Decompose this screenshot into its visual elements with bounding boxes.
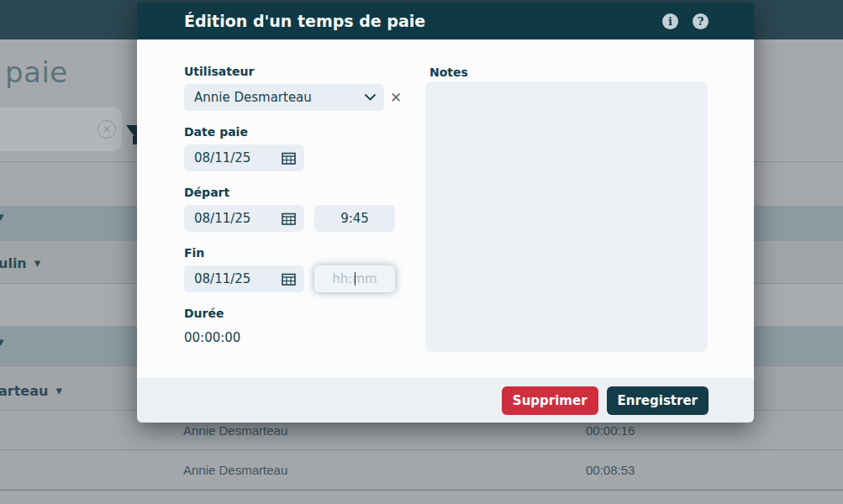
start-time-value: 9:45	[340, 211, 369, 226]
chevron-down-icon	[365, 94, 376, 101]
search-clear-icon[interactable]: ✕	[97, 120, 116, 139]
user-label: Utilisateur	[184, 65, 254, 78]
end-date-value: 08/11/25	[194, 271, 250, 286]
end-label: Fin	[184, 246, 204, 260]
dialog-header: Édition d'un temps de paie i ?	[137, 3, 754, 39]
duration-value: 00:00:00	[184, 330, 240, 345]
end-time-input[interactable]: hh:mm	[314, 265, 395, 292]
caret-down-icon[interactable]: ▾	[55, 385, 62, 397]
end-date-input[interactable]: 08/11/25	[184, 265, 304, 292]
delete-button[interactable]: Supprimer	[502, 386, 598, 415]
screen: paie ✕ ▾ ulin ▾ ▾ arteau ▾	[0, 0, 843, 504]
duration-label: Durée	[184, 307, 224, 320]
calendar-icon[interactable]	[282, 273, 296, 286]
page-title: paie	[5, 55, 68, 89]
table-row[interactable]: Annie Desmarteau 00:08:53	[0, 450, 843, 490]
help-icon[interactable]: ?	[693, 13, 709, 29]
row-duration: 00:08:53	[586, 463, 635, 477]
row-user-name: Annie Desmarteau	[183, 423, 287, 438]
start-time-input[interactable]: 9:45	[314, 205, 395, 232]
caret-down-icon[interactable]: ▾	[0, 211, 4, 223]
start-date-input[interactable]: 08/11/25	[184, 205, 304, 232]
start-date-value: 08/11/25	[194, 211, 250, 226]
info-icon[interactable]: i	[662, 13, 678, 29]
pay-date-label: Date paie	[184, 125, 248, 139]
table-footer-strip	[0, 491, 843, 504]
user-clear-icon[interactable]: ✕	[388, 90, 403, 105]
caret-down-icon[interactable]: ▾	[0, 336, 4, 349]
edit-pay-time-dialog: Édition d'un temps de paie i ? Utilisate…	[137, 3, 754, 423]
row-duration: 00:00:16	[586, 423, 635, 438]
caret-down-icon[interactable]: ▾	[34, 257, 41, 270]
pay-date-input[interactable]: 08/11/25	[184, 144, 304, 171]
dialog-footer: Supprimer Enregistrer	[137, 378, 754, 423]
notes-textarea[interactable]	[425, 81, 708, 352]
text-cursor	[355, 272, 356, 286]
row-user-name: Annie Desmarteau	[183, 463, 287, 477]
start-label: Départ	[184, 186, 229, 199]
group-name-label: ulin	[0, 255, 27, 271]
dialog-title: Édition d'un temps de paie	[184, 12, 425, 30]
user-select-value: Annie Desmarteau	[194, 90, 365, 105]
user-select[interactable]: Annie Desmarteau	[184, 84, 384, 111]
save-button[interactable]: Enregistrer	[607, 386, 709, 415]
pay-date-value: 08/11/25	[194, 150, 250, 165]
dialog-body: Utilisateur Annie Desmarteau ✕ Date paie…	[137, 39, 754, 378]
calendar-icon[interactable]	[282, 213, 296, 225]
calendar-icon[interactable]	[282, 152, 296, 165]
group-name-label: arteau	[0, 383, 48, 399]
notes-label: Notes	[429, 66, 468, 79]
